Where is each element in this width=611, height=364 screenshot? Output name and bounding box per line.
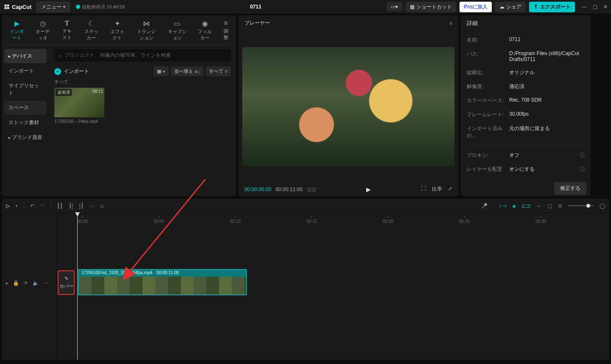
- detail-val-ratio: オリジナル: [509, 69, 585, 76]
- ruler-tick: 00:00: [77, 216, 88, 224]
- clip-name: 17285100-hd_1920_1080_24fps.mp4: [81, 270, 152, 276]
- detail-key-cspace: カラースペース:: [467, 97, 509, 104]
- view-mode-button[interactable]: ▦ ▾: [154, 67, 168, 76]
- info-icon[interactable]: ⓘ: [580, 166, 585, 173]
- playhead[interactable]: [77, 213, 78, 360]
- split-icon[interactable]: ┃┃: [57, 203, 63, 209]
- tab-transition[interactable]: ⋈トランジション: [131, 18, 163, 44]
- search-input[interactable]: ⌕ プロジェクト、画像内の被写体、ラインを検索: [54, 49, 231, 61]
- snap-icon[interactable]: ⊦⊣: [499, 203, 506, 209]
- detail-key-proxy: プロキシ:: [467, 152, 509, 159]
- redo-icon[interactable]: ↷: [40, 203, 45, 209]
- plus-icon: +: [54, 68, 61, 75]
- player-menu-icon[interactable]: ≡: [449, 20, 452, 26]
- zoom-slider[interactable]: [568, 205, 594, 206]
- track-collapse-icon[interactable]: ▸: [6, 280, 8, 286]
- timeline-ruler[interactable]: 00:00 00:05 00:10 00:15 00:20 00:25 00:3…: [57, 213, 609, 224]
- pro-join-button[interactable]: Proに加入: [460, 2, 492, 12]
- tab-audio[interactable]: ◷オーディオ: [30, 18, 55, 44]
- detail-key-imported: インポート済みの…: [467, 125, 509, 139]
- close-icon[interactable]: ✕: [603, 4, 608, 10]
- detail-val-layer[interactable]: オンにする: [509, 166, 580, 173]
- fix-button[interactable]: 修正する: [554, 182, 586, 195]
- align-icon[interactable]: ↔: [536, 203, 541, 209]
- filter-all-button[interactable]: すべて ▿: [206, 67, 231, 76]
- filter-label: すべて: [54, 79, 231, 85]
- delete-icon[interactable]: ▭: [90, 203, 94, 209]
- safezone-icon[interactable]: ⛶: [421, 186, 426, 193]
- marker-icon[interactable]: ◇: [100, 203, 104, 209]
- trim-right-icon[interactable]: ]┃: [79, 203, 83, 209]
- import-media-button[interactable]: + インポート: [54, 68, 89, 75]
- zoom-out-icon[interactable]: ⊖: [558, 203, 562, 209]
- sort-button[interactable]: 並べ替え ≡↓: [171, 67, 203, 76]
- thumb-filename: 17285100-···24fps.mp4: [54, 119, 104, 124]
- track-mute-icon[interactable]: 🔈: [33, 280, 39, 286]
- tool-dropdown-icon[interactable]: ▾: [16, 204, 18, 208]
- ruler-tick: 00:25: [459, 216, 470, 224]
- detail-val-imported: 元の場所に留まる: [509, 125, 585, 139]
- detail-val-fps: 30.00fps: [509, 111, 585, 118]
- project-title: 0711: [125, 4, 387, 10]
- detail-val-res: 適応済: [509, 83, 585, 90]
- ruler-tick: 00:30: [535, 216, 546, 224]
- mic-icon[interactable]: 🎤: [481, 203, 488, 209]
- media-thumbnail[interactable]: 追加済 00:11 17285100-···24fps.mp4: [54, 88, 104, 124]
- detail-val-path: D:/Program Files (x86)/CapCut Drafts/071…: [509, 50, 585, 62]
- timecode-duration: 00:00:11:00: [275, 186, 302, 192]
- detail-key-res: 解像度:: [467, 83, 509, 90]
- timecode-current: 00:00:00:00: [244, 186, 271, 192]
- track-display-icon[interactable]: ▢: [547, 203, 552, 209]
- zoom-fit-icon[interactable]: ◯: [600, 203, 605, 209]
- sidebar-item-brand[interactable]: ブランド資産: [4, 131, 47, 144]
- timeline-clip[interactable]: 17285100-hd_1920_1080_24fps.mp4 00:00:11…: [78, 269, 247, 295]
- linkage-icon[interactable]: ◈: [512, 203, 516, 209]
- details-title: 詳細: [461, 15, 591, 31]
- tab-text[interactable]: Tテキスト: [56, 18, 78, 44]
- detail-val-cspace: Rec. 709 SDR: [509, 97, 585, 104]
- share-button[interactable]: ☁ シェア: [495, 2, 526, 12]
- ruler-tick: 00:10: [230, 216, 241, 224]
- player-viewport[interactable]: [242, 47, 454, 167]
- selection-tool-icon[interactable]: ▷: [6, 203, 10, 209]
- tab-import[interactable]: ▶インポート: [4, 18, 29, 44]
- preview-icon[interactable]: ⊏⊐: [522, 203, 530, 209]
- sidebar-item-space[interactable]: スペース: [4, 101, 47, 115]
- info-icon[interactable]: ⓘ: [580, 152, 585, 159]
- sidebar-item-device[interactable]: デバイス: [4, 49, 47, 63]
- sidebar-item-preset[interactable]: マイプリセット: [4, 79, 47, 100]
- menu-button[interactable]: メニュー▾: [36, 2, 70, 12]
- ratio-icon[interactable]: 比率: [432, 186, 442, 193]
- layout-button[interactable]: ▭▾: [387, 2, 402, 11]
- track-more-icon[interactable]: ⋯: [43, 280, 48, 286]
- tab-sticker[interactable]: ☾ステッカー: [78, 18, 104, 44]
- clip-duration: 00:00:11:00: [157, 270, 179, 276]
- search-icon: ⌕: [59, 53, 62, 58]
- detail-key-layer: レイヤーを配置: [467, 166, 509, 173]
- sidebar-item-import[interactable]: インポート: [4, 64, 47, 78]
- track-lock-icon[interactable]: 🔒: [13, 280, 19, 286]
- detail-key-path: パス:: [467, 50, 509, 62]
- detail-val-proxy[interactable]: オフ: [509, 152, 580, 159]
- tab-filter[interactable]: ◉フィルター: [192, 18, 217, 44]
- tab-adjust[interactable]: ≡調整: [218, 18, 233, 44]
- undo-icon[interactable]: ↶: [30, 203, 34, 209]
- autosave-status: 自動保存済 15:48:58: [76, 4, 125, 10]
- export-button[interactable]: ⭱ エクスポート: [529, 2, 575, 12]
- tab-caption[interactable]: ▭キャプション: [163, 18, 191, 44]
- trim-left-icon[interactable]: ┃[: [69, 203, 73, 209]
- tab-effect[interactable]: ✦エフェクト: [105, 18, 130, 44]
- minimize-icon[interactable]: —: [582, 4, 587, 10]
- track-visibility-icon[interactable]: 👁: [23, 280, 28, 286]
- maximize-icon[interactable]: ▢: [593, 4, 597, 10]
- detail-key-fps: フレームレート:: [467, 111, 509, 118]
- compare-icon[interactable]: ▥▥: [307, 186, 316, 192]
- shortcut-button[interactable]: ▦ ショートカット: [406, 2, 456, 12]
- fullscreen-icon[interactable]: ⤢: [448, 186, 452, 193]
- detail-val-name: 0711: [509, 36, 585, 44]
- added-badge: 追加済: [56, 89, 72, 96]
- sidebar-item-stock[interactable]: ストック素材: [4, 116, 47, 130]
- play-button[interactable]: ▶: [366, 186, 371, 193]
- ruler-tick: 00:15: [306, 216, 317, 224]
- ruler-tick: 00:05: [154, 216, 164, 224]
